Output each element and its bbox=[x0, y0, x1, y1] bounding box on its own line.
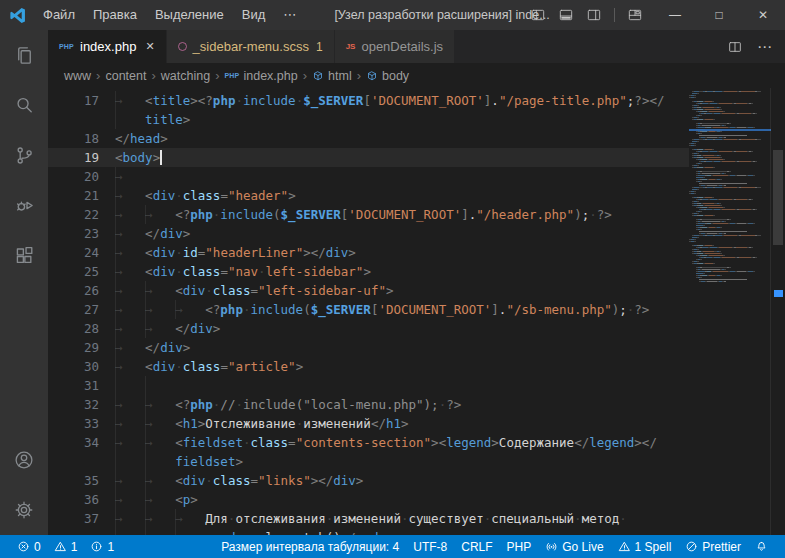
code-area[interactable]: 17→<title><?php·include·$_SERVER['DOCUME… bbox=[48, 88, 689, 535]
code-line-text[interactable]: title> bbox=[115, 110, 689, 129]
tab-whitespace-icon: → bbox=[115, 357, 145, 376]
menu-item-4[interactable]: Вид bbox=[233, 0, 275, 30]
code-line-34-wrap[interactable]: fieldset> bbox=[48, 452, 689, 471]
code-line-22[interactable]: 22→→<?php·include($_SERVER['DOCUMENT_ROO… bbox=[48, 205, 689, 224]
minimap-line bbox=[692, 157, 771, 158]
close-button[interactable]: ✕ bbox=[741, 0, 785, 30]
code-line-36[interactable]: 36→→<p> bbox=[48, 490, 689, 509]
code-line-31[interactable]: 31 bbox=[48, 376, 689, 395]
code-line-text[interactable]: →→<?php·//·include("local-menu.php");·?> bbox=[115, 395, 689, 414]
toggle-panel-icon[interactable] bbox=[558, 7, 574, 23]
code-line-23[interactable]: 23→</div> bbox=[48, 224, 689, 243]
scrollbar[interactable] bbox=[770, 88, 785, 535]
menu-item-2[interactable]: Правка bbox=[84, 0, 146, 30]
code-line-text[interactable] bbox=[115, 376, 689, 395]
status-spell[interactable]: 1 Spell bbox=[611, 535, 679, 558]
code-line-24[interactable]: 24→<div·id="headerLiner"></div> bbox=[48, 243, 689, 262]
tab-index.php[interactable]: PHPindex.php✕ bbox=[48, 30, 167, 63]
tab-close-icon[interactable]: ✕ bbox=[145, 40, 154, 53]
code-line-text[interactable]: →→→<?php·include($_SERVER['DOCUMENT_ROOT… bbox=[115, 300, 689, 319]
activity-accounts-icon[interactable] bbox=[0, 435, 48, 485]
code-line-text[interactable]: →<div·id="headerLiner"></div> bbox=[115, 243, 689, 262]
customize-layout-icon[interactable] bbox=[627, 7, 643, 23]
code-line-19[interactable]: 19<body> bbox=[48, 148, 689, 167]
menu-item-3[interactable]: Выделение bbox=[146, 0, 233, 30]
menu-item-5[interactable]: ⋯ bbox=[274, 0, 305, 30]
breadcrumb-html[interactable]: html bbox=[312, 69, 352, 83]
code-line-text[interactable]: →→<fieldset·class="contents-section"><le… bbox=[115, 433, 689, 452]
code-line-text[interactable]: →</div> bbox=[115, 338, 689, 357]
code-line-text[interactable]: fieldset> bbox=[115, 452, 689, 471]
code-line-text[interactable]: <code>gulp.watch()</code>; bbox=[115, 528, 689, 535]
code-line-20[interactable]: 20→ bbox=[48, 167, 689, 186]
code-line-18[interactable]: 18</head> bbox=[48, 129, 689, 148]
code-line-text[interactable]: →→<h1>Отслеживание·изменений</h1> bbox=[115, 414, 689, 433]
code-line-text[interactable]: →→<?php·include($_SERVER['DOCUMENT_ROOT'… bbox=[115, 205, 689, 224]
breadcrumb-www[interactable]: www bbox=[64, 69, 91, 83]
activity-search-icon[interactable] bbox=[0, 80, 48, 130]
status-notifications[interactable] bbox=[748, 535, 775, 558]
activity-run-debug-icon[interactable] bbox=[0, 180, 48, 230]
code-line-text[interactable]: </head> bbox=[115, 129, 689, 148]
tab-openDetails.js[interactable]: JSopenDetails.js bbox=[335, 30, 455, 63]
minimap[interactable] bbox=[689, 91, 771, 535]
minimize-button[interactable]: — bbox=[653, 0, 697, 30]
code-line-text[interactable]: →<div·class="nav·left-sidebar"> bbox=[115, 262, 689, 281]
breadcrumb-index.php[interactable]: PHPindex.php bbox=[224, 69, 297, 83]
menu-item-1[interactable]: Файл bbox=[34, 0, 84, 30]
code-line-text[interactable]: →<div·class="header"> bbox=[115, 186, 689, 205]
tab-_sidebar-menu.scss[interactable]: _sidebar-menu.scss1 bbox=[167, 30, 335, 63]
code-line-29[interactable]: 29→</div> bbox=[48, 338, 689, 357]
breadcrumb-content[interactable]: content bbox=[105, 69, 146, 83]
status-language[interactable]: PHP bbox=[500, 535, 539, 558]
code-token: специальный bbox=[491, 511, 574, 526]
code-line-17[interactable]: 17→<title><?php·include·$_SERVER['DOCUME… bbox=[48, 91, 689, 110]
code-line-37-wrap[interactable]: <code>gulp.watch()</code>; bbox=[48, 528, 689, 535]
code-token: php bbox=[190, 397, 213, 412]
code-line-28[interactable]: 28→→</div> bbox=[48, 319, 689, 338]
status-encoding[interactable]: UTF-8 bbox=[406, 535, 454, 558]
code-line-30[interactable]: 30→<div·class="article"> bbox=[48, 357, 689, 376]
code-line-text[interactable]: →→<div·class="left-sidebar-uf"> bbox=[115, 281, 689, 300]
toggle-secondary-sidebar-icon[interactable] bbox=[586, 7, 602, 23]
code-line-32[interactable]: 32→→<?php·//·include("local-menu.php");·… bbox=[48, 395, 689, 414]
activity-source-control-icon[interactable] bbox=[0, 130, 48, 180]
maximize-button[interactable]: □ bbox=[697, 0, 741, 30]
code-line-text[interactable]: →<title><?php·include·$_SERVER['DOCUMENT… bbox=[115, 91, 689, 110]
scrollbar-thumb[interactable] bbox=[773, 150, 783, 245]
status-prettier[interactable]: Prettier bbox=[678, 535, 748, 558]
breadcrumb-body[interactable]: body bbox=[366, 69, 409, 83]
activity-explorer-icon[interactable] bbox=[0, 30, 48, 80]
activity-settings-icon[interactable] bbox=[0, 485, 48, 535]
code-line-text[interactable]: →→<div·class="links"></div> bbox=[115, 471, 689, 490]
code-line-37[interactable]: 37→→→Для·отслеживания·изменений·существу… bbox=[48, 509, 689, 528]
code-line-text[interactable]: <body> bbox=[115, 148, 689, 167]
code-line-34[interactable]: 34→→<fieldset·class="contents-section"><… bbox=[48, 433, 689, 452]
code-line-35[interactable]: 35→→<div·class="links"></div> bbox=[48, 471, 689, 490]
minimap-token bbox=[703, 225, 705, 226]
breadcrumb-watching[interactable]: watching bbox=[161, 69, 210, 83]
status-go-live[interactable]: Go Live bbox=[538, 535, 610, 558]
code-line-text[interactable]: →→</div> bbox=[115, 319, 689, 338]
status-tab-size[interactable]: Размер интервала табуляции: 4 bbox=[214, 535, 406, 558]
minimap-token bbox=[751, 103, 753, 104]
more-actions-icon[interactable]: ⋯ bbox=[757, 38, 773, 56]
code-line-21[interactable]: 21→<div·class="header"> bbox=[48, 186, 689, 205]
code-line-17-wrap[interactable]: title> bbox=[48, 110, 689, 129]
activity-extensions-icon[interactable] bbox=[0, 230, 48, 280]
code-line-33[interactable]: 33→→<h1>Отслеживание·изменений</h1> bbox=[48, 414, 689, 433]
code-line-27[interactable]: 27→→→<?php·include($_SERVER['DOCUMENT_RO… bbox=[48, 300, 689, 319]
code-line-text[interactable]: →<div·class="article"> bbox=[115, 357, 689, 376]
code-line-text[interactable]: →→<p> bbox=[115, 490, 689, 509]
code-line-26[interactable]: 26→→<div·class="left-sidebar-uf"> bbox=[48, 281, 689, 300]
status-problems[interactable]: 011 bbox=[10, 535, 121, 558]
code-line-25[interactable]: 25→<div·class="nav·left-sidebar"> bbox=[48, 262, 689, 281]
code-line-text[interactable]: → bbox=[115, 167, 689, 186]
code-token: < bbox=[175, 416, 183, 431]
vscode-logo-icon[interactable] bbox=[0, 6, 34, 25]
status-eol[interactable]: CRLF bbox=[454, 535, 499, 558]
code-line-text[interactable]: →</div> bbox=[115, 224, 689, 243]
indent-guide bbox=[115, 395, 116, 414]
split-editor-icon[interactable] bbox=[727, 39, 743, 55]
code-line-text[interactable]: →→→Для·отслеживания·изменений·существует… bbox=[115, 509, 689, 528]
